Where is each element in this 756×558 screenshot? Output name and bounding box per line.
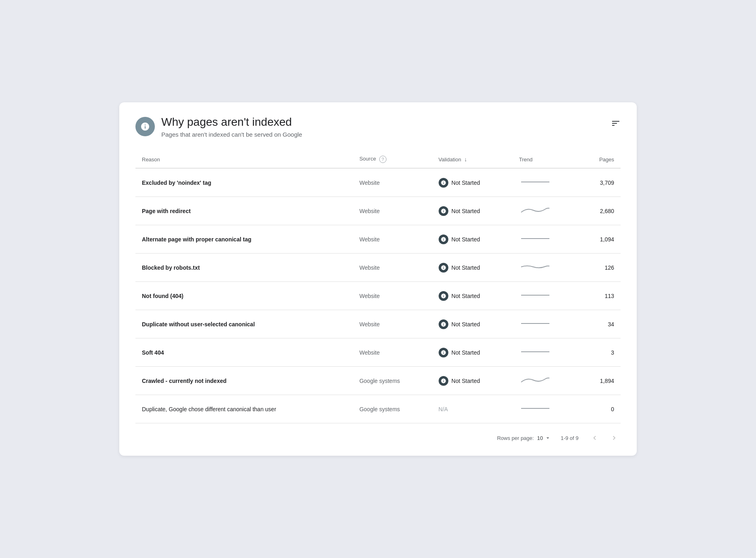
cell-pages: 3: [579, 338, 621, 367]
col-header-pages: Pages: [579, 151, 621, 168]
validation-status-icon: [439, 319, 448, 329]
cell-validation: Not Started: [432, 197, 513, 225]
col-header-trend: Trend: [513, 151, 579, 168]
dropdown-arrow-icon: [545, 435, 551, 441]
prev-page-button[interactable]: [588, 431, 601, 444]
validation-badge: Not Started: [439, 348, 506, 357]
rows-per-page-label: Rows per page:: [497, 435, 534, 441]
col-header-validation[interactable]: Validation ↓: [432, 151, 513, 168]
table-row[interactable]: Soft 404Website Not Started 3: [135, 338, 621, 367]
col-header-source: Source ?: [353, 151, 432, 168]
next-page-button[interactable]: [608, 431, 621, 444]
validation-status-icon: [439, 263, 448, 273]
validation-status-icon: [439, 235, 448, 244]
cell-source: Website: [353, 282, 432, 310]
validation-text: Not Started: [452, 378, 480, 384]
rows-per-page-select-wrapper[interactable]: 10: [537, 435, 551, 441]
validation-status-icon: [439, 178, 448, 188]
pagination-info: 1-9 of 9: [561, 435, 579, 441]
validation-text: Not Started: [452, 264, 480, 271]
validation-badge: Not Started: [439, 263, 506, 273]
cell-reason: Excluded by 'noindex' tag: [135, 168, 353, 197]
table-row[interactable]: Duplicate without user-selected canonica…: [135, 310, 621, 338]
table-row[interactable]: Crawled - currently not indexedGoogle sy…: [135, 367, 621, 395]
sort-arrow-icon: ↓: [464, 156, 467, 163]
table-footer: Rows per page: 10 1-9 of 9: [135, 431, 621, 444]
main-card: Why pages aren't indexed Pages that aren…: [119, 102, 637, 456]
source-help-icon[interactable]: ?: [379, 156, 386, 163]
table-row[interactable]: Alternate page with proper canonical tag…: [135, 225, 621, 254]
cell-validation: Not Started: [432, 225, 513, 254]
cell-source: Website: [353, 197, 432, 225]
table-row[interactable]: Excluded by 'noindex' tagWebsite Not Sta…: [135, 168, 621, 197]
col-header-reason: Reason: [135, 151, 353, 168]
cell-trend: [513, 197, 579, 225]
cell-source: Website: [353, 338, 432, 367]
cell-pages: 2,680: [579, 197, 621, 225]
validation-na: N/A: [439, 406, 448, 412]
cell-source: Google systems: [353, 395, 432, 423]
cell-pages: 1,094: [579, 225, 621, 254]
table-row[interactable]: Duplicate, Google chose different canoni…: [135, 395, 621, 423]
cell-source: Website: [353, 310, 432, 338]
cell-source: Google systems: [353, 367, 432, 395]
validation-text: Not Started: [452, 236, 480, 243]
info-icon: [135, 117, 155, 136]
info-svg: [140, 122, 150, 131]
cell-validation: N/A: [432, 395, 513, 423]
cell-trend: [513, 225, 579, 254]
cell-source: Website: [353, 254, 432, 282]
validation-badge: Not Started: [439, 235, 506, 244]
validation-text: Not Started: [452, 349, 480, 356]
table-row[interactable]: Blocked by robots.txtWebsite Not Started…: [135, 254, 621, 282]
cell-pages: 34: [579, 310, 621, 338]
cell-reason: Duplicate without user-selected canonica…: [135, 310, 353, 338]
page-subtitle: Pages that aren't indexed can't be serve…: [161, 131, 302, 138]
cell-validation: Not Started: [432, 282, 513, 310]
cell-pages: 113: [579, 282, 621, 310]
cell-trend: [513, 254, 579, 282]
header-text: Why pages aren't indexed Pages that aren…: [161, 115, 302, 138]
rows-per-page-value: 10: [537, 435, 543, 441]
cell-source: Website: [353, 168, 432, 197]
table-row[interactable]: Page with redirectWebsite Not Started 2,…: [135, 197, 621, 225]
card-header: Why pages aren't indexed Pages that aren…: [135, 115, 621, 138]
cell-source: Website: [353, 225, 432, 254]
validation-status-icon: [439, 348, 448, 357]
cell-validation: Not Started: [432, 338, 513, 367]
header-left: Why pages aren't indexed Pages that aren…: [135, 115, 302, 138]
cell-trend: [513, 395, 579, 423]
table-header-row: Reason Source ? Validation ↓ Trend Pages: [135, 151, 621, 168]
data-table: Reason Source ? Validation ↓ Trend Pages…: [135, 151, 621, 423]
validation-badge: Not Started: [439, 319, 506, 329]
cell-reason: Blocked by robots.txt: [135, 254, 353, 282]
page-title: Why pages aren't indexed: [161, 115, 302, 129]
rows-per-page: Rows per page: 10: [497, 435, 551, 441]
cell-validation: Not Started: [432, 254, 513, 282]
pagination-nav: [588, 431, 621, 444]
validation-status-icon: [439, 291, 448, 301]
validation-text: Not Started: [452, 293, 480, 299]
validation-status-icon: [439, 206, 448, 216]
cell-validation: Not Started: [432, 168, 513, 197]
validation-badge: Not Started: [439, 291, 506, 301]
cell-trend: [513, 168, 579, 197]
cell-validation: Not Started: [432, 367, 513, 395]
cell-reason: Page with redirect: [135, 197, 353, 225]
cell-pages: 3,709: [579, 168, 621, 197]
validation-badge: Not Started: [439, 206, 506, 216]
validation-text: Not Started: [452, 208, 480, 214]
filter-icon[interactable]: [611, 118, 621, 130]
validation-badge: Not Started: [439, 376, 506, 386]
validation-text: Not Started: [452, 321, 480, 328]
validation-text: Not Started: [452, 180, 480, 186]
cell-reason: Not found (404): [135, 282, 353, 310]
cell-pages: 0: [579, 395, 621, 423]
cell-trend: [513, 367, 579, 395]
validation-badge: Not Started: [439, 178, 506, 188]
cell-trend: [513, 310, 579, 338]
cell-trend: [513, 338, 579, 367]
cell-reason: Alternate page with proper canonical tag: [135, 225, 353, 254]
cell-pages: 126: [579, 254, 621, 282]
table-row[interactable]: Not found (404)Website Not Started 113: [135, 282, 621, 310]
